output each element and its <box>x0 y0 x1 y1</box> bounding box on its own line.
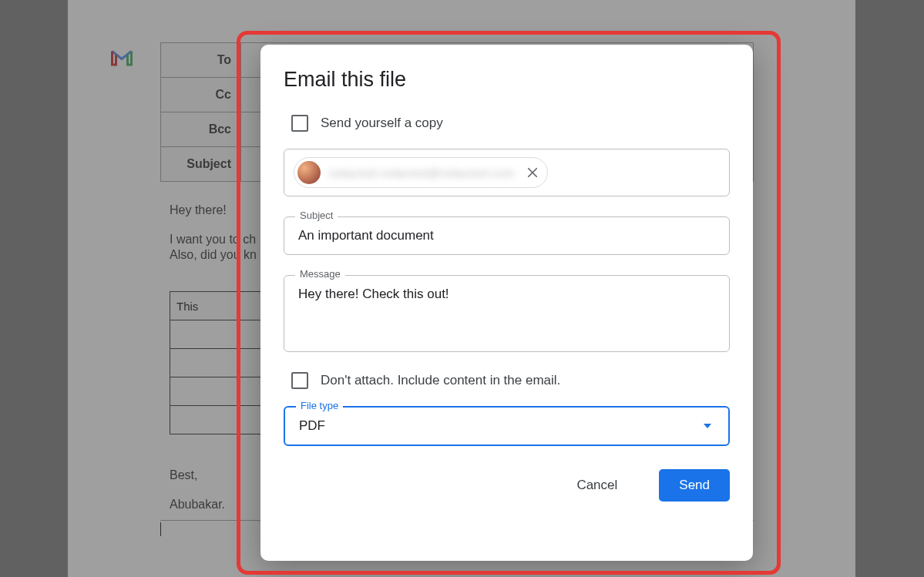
avatar <box>297 161 321 184</box>
chevron-down-icon <box>704 424 711 428</box>
filetype-value: PDF <box>299 418 325 434</box>
recipients-field[interactable]: redacted.redacted@redacted.com <box>284 149 730 196</box>
email-file-dialog: Email this file Send yourself a copy red… <box>260 45 753 561</box>
cancel-button[interactable]: Cancel <box>556 469 637 502</box>
dialog-actions: Cancel Send <box>284 469 730 502</box>
send-copy-label: Send yourself a copy <box>321 116 443 131</box>
recipient-chip[interactable]: redacted.redacted@redacted.com <box>294 157 548 188</box>
message-field[interactable]: Message Hey there! Check this out! <box>284 275 730 352</box>
filetype-select[interactable]: File type PDF <box>284 406 730 446</box>
send-copy-checkbox[interactable] <box>291 115 308 132</box>
message-value: Hey there! Check this out! <box>298 287 715 302</box>
dialog-title: Email this file <box>284 68 730 92</box>
recipient-email: redacted.redacted@redacted.com <box>328 166 515 179</box>
close-icon[interactable] <box>526 166 539 179</box>
filetype-legend: File type <box>296 400 343 411</box>
subject-value: An important document <box>298 228 715 243</box>
subject-legend: Subject <box>295 210 338 221</box>
subject-field[interactable]: Subject An important document <box>284 216 730 255</box>
dont-attach-label: Don't attach. Include content in the ema… <box>321 373 560 388</box>
send-button[interactable]: Send <box>659 469 730 502</box>
dont-attach-checkbox[interactable] <box>291 372 308 389</box>
message-legend: Message <box>295 268 345 280</box>
